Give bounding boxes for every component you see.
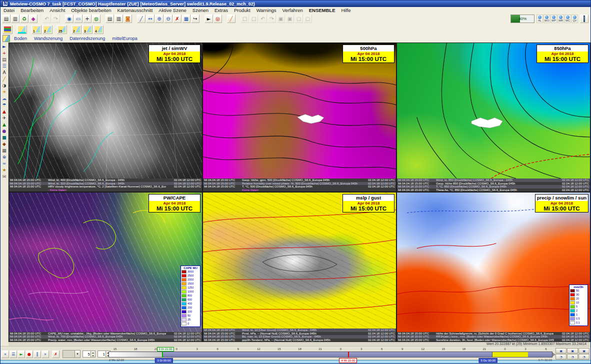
toolbar-icon-button[interactable]: □: [250, 14, 258, 23]
scene-button[interactable]: 2: [42, 25, 52, 34]
channel-button[interactable]: QV: [572, 14, 578, 24]
menu-item[interactable]: Extras: [212, 8, 231, 13]
toolbar-icon-button[interactable]: ▥: [114, 14, 123, 23]
sidebar-tool-icon[interactable]: ☂: [1, 102, 8, 108]
toolbar-icon-button[interactable]: ⊕: [155, 14, 164, 23]
animation-button[interactable]: ✗: [52, 350, 60, 358]
toolbar-icon-button[interactable]: ▣: [276, 14, 285, 23]
scene-tab[interactable]: mittelEuropa: [112, 36, 138, 41]
map-pw-cape[interactable]: CAPE MU 3000 2500: [9, 192, 202, 332]
animation-speed-select[interactable]: ▾: [62, 350, 80, 358]
menu-item[interactable]: Kartenausschnitt: [114, 8, 156, 13]
timeline-mini-button[interactable]: ◔: [578, 354, 590, 360]
toolbar-icon-button[interactable]: ▭: [74, 14, 82, 23]
toolbar-icon-button[interactable]: ♻: [20, 14, 28, 23]
scene-button[interactable]: [17, 25, 27, 34]
scene-button[interactable]: 2: [72, 25, 82, 34]
toolbar-icon-button[interactable]: ↔: [146, 14, 154, 23]
animation-button[interactable]: »: [42, 350, 49, 358]
menu-item[interactable]: Datei: [0, 8, 18, 13]
animation-button[interactable]: ►: [18, 350, 25, 358]
menu-item[interactable]: Objekte bearbeiten: [68, 8, 114, 13]
scene-button[interactable]: 3: [82, 25, 92, 34]
toolbar-icon-button[interactable]: ⊖: [164, 14, 172, 23]
channel-button[interactable]: WP: [550, 14, 557, 24]
toolbar-icon-button[interactable]: ╱: [227, 14, 236, 23]
scene-button[interactable]: 1: [32, 25, 42, 34]
toolbar-icon-button[interactable]: ►: [204, 14, 213, 23]
map-precip-snowlim-sun[interactable]: mm/3h 50 30: [397, 192, 590, 332]
timeline-track[interactable]: 151821036912151821036912151821036 3 Di 2…: [108, 352, 552, 358]
step-spinner[interactable]: 5 ▴▾: [82, 350, 96, 358]
toolbar-icon-button[interactable]: ↪: [191, 14, 200, 23]
sidebar-tool-icon[interactable]: ⊕: [1, 154, 8, 160]
sidebar-tool-icon[interactable]: ◑: [1, 82, 8, 89]
channel-button[interactable]: AL: [536, 14, 543, 24]
channel-button[interactable]: WR: [558, 14, 564, 24]
toolbar-icon-button[interactable]: ▢: [294, 14, 303, 23]
toolbar-icon-button[interactable]: ╱: [137, 14, 146, 23]
timeline-mini-button[interactable]: ◔: [567, 354, 578, 360]
map-mslp-gust[interactable]: mslp / gust Apr 04 2018 Mi 15:00 UTC: [203, 192, 396, 328]
sidebar-tool-icon[interactable]: ◆: [1, 141, 8, 148]
toolbar-icon-button[interactable]: ↷: [268, 14, 276, 23]
animation-button[interactable]: ●: [26, 350, 33, 358]
sidebar-tool-icon[interactable]: ✉: [1, 174, 8, 180]
trash-button[interactable]: [580, 14, 588, 23]
sidebar-tool-icon[interactable]: A: [1, 70, 8, 76]
toolbar-icon-button[interactable]: +: [83, 14, 92, 23]
toolbar-icon-button[interactable]: ↶: [258, 14, 267, 23]
toolbar-icon-button[interactable]: ◎: [214, 14, 222, 23]
toolbar-icon-button[interactable]: ◉: [65, 14, 74, 23]
sidebar-tool-icon[interactable]: +: [1, 50, 8, 56]
toolbar-icon-button[interactable]: ◍: [92, 14, 100, 23]
sidebar-tool-icon[interactable]: ╱: [1, 76, 8, 82]
toolbar-icon-button[interactable]: ▥: [11, 14, 20, 23]
sidebar-tool-icon[interactable]: ►: [1, 44, 8, 50]
toolbar-icon-button[interactable]: ↶: [42, 14, 51, 23]
timeline-mini-button[interactable]: ▣: [578, 348, 590, 354]
timeline-mini-button[interactable]: ▣: [556, 348, 566, 354]
sidebar-tool-icon[interactable]: ✈: [1, 115, 8, 122]
sidebar-tool-icon[interactable]: ☰: [1, 63, 8, 70]
sidebar-tool-icon[interactable]: ▲: [1, 108, 8, 115]
timeline-mini-button[interactable]: ◔: [556, 354, 566, 360]
toolbar-icon-button[interactable]: ▦: [182, 14, 190, 23]
scene-button[interactable]: [2, 25, 12, 34]
sidebar-tool-icon[interactable]: ▤: [1, 56, 8, 63]
menu-item[interactable]: ENSEMBLE: [306, 8, 338, 13]
map-850hpa[interactable]: 850hPa Apr 04 2018 Mi 15:00 UTC: [397, 43, 590, 178]
animation-button[interactable]: «: [2, 350, 9, 358]
scene-tab[interactable]: Wandszenung: [34, 36, 62, 41]
spin-down-icon[interactable]: ▾: [90, 354, 95, 357]
menu-item[interactable]: Ansicht: [46, 8, 68, 13]
scene-tab[interactable]: Boden: [14, 36, 27, 41]
scene-tab[interactable]: Datenredszenung: [70, 36, 105, 41]
menu-item[interactable]: Bearbeiten: [18, 8, 46, 13]
scene-button[interactable]: 4: [94, 25, 104, 34]
toolbar-icon-button[interactable]: ✗: [173, 14, 182, 23]
toolbar-icon-button[interactable]: ▤: [2, 14, 10, 23]
toolbar-icon-button[interactable]: ▤: [106, 14, 114, 23]
toolbar-icon-button[interactable]: ▣: [286, 14, 294, 23]
timeline-mini-button[interactable]: ▣: [567, 348, 578, 354]
toolbar-icon-button[interactable]: ◆: [29, 14, 38, 23]
menu-item[interactable]: Aktive Szene: [156, 8, 189, 13]
channel-button[interactable]: WO: [544, 14, 550, 24]
sidebar-tool-icon[interactable]: ▲: [1, 122, 8, 128]
toolbar-icon-button[interactable]: □: [240, 14, 249, 23]
channel-button[interactable]: WC: [564, 14, 571, 24]
toolbar-icon-button[interactable]: ↷: [52, 14, 60, 23]
sidebar-tool-icon[interactable]: ●: [1, 128, 8, 134]
sidebar-tool-icon[interactable]: ≈: [1, 160, 8, 167]
map-jet-simwv[interactable]: jet / simWV Apr 04 2018 Mi 15:00 UTC: [9, 43, 202, 178]
menu-item[interactable]: Warnings: [254, 8, 280, 13]
menu-item[interactable]: Verfahren: [280, 8, 306, 13]
animation-button[interactable]: ‖: [34, 350, 41, 358]
sidebar-tool-icon[interactable]: ★: [1, 167, 8, 174]
toolbar-icon-button[interactable]: ◙: [124, 14, 132, 23]
scene-button[interactable]: 25: [57, 25, 67, 34]
menu-item[interactable]: Hilfe: [338, 8, 354, 13]
sidebar-tool-icon[interactable]: ☀: [1, 89, 8, 96]
sidebar-tool-icon[interactable]: ■: [1, 134, 8, 141]
